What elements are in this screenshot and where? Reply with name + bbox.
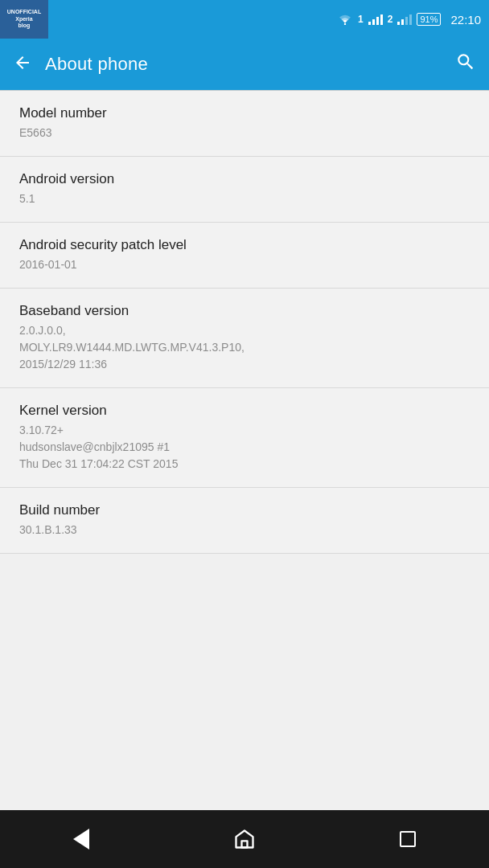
nav-back-button[interactable] — [57, 823, 105, 855]
info-item-5[interactable]: Build number30.1.B.1.33 — [0, 488, 489, 554]
info-value-2: 2016-01-01 — [19, 256, 470, 273]
bottom-nav — [0, 810, 489, 868]
home-icon — [233, 828, 256, 850]
info-item-1[interactable]: Android version5.1 — [0, 157, 489, 223]
nav-recent-button[interactable] — [384, 823, 432, 855]
info-label-0: Model number — [19, 105, 470, 121]
status-time: 22:10 — [450, 13, 481, 27]
back-triangle-icon — [73, 829, 89, 850]
info-value-3: 2.0.J.0.0, MOLY.LR9.W1444.MD.LWTG.MP.V41… — [19, 322, 470, 373]
status-icons: 1 2 91% 22:10 — [337, 13, 481, 27]
info-item-4[interactable]: Kernel version3.10.72+ hudsonslave@cnbjl… — [0, 388, 489, 488]
sim1-badge: 1 — [358, 14, 364, 25]
app-bar-left: About phone — [13, 53, 148, 76]
info-value-4: 3.10.72+ hudsonslave@cnbjlx21095 #1 Thu … — [19, 422, 470, 473]
info-value-0: E5663 — [19, 125, 470, 141]
xperia-badge: UNOFFICIALXperiablog — [7, 9, 41, 29]
wifi-icon — [337, 14, 353, 25]
page-title: About phone — [45, 54, 148, 75]
content-area: Model numberE5663Android version5.1Andro… — [0, 91, 489, 554]
battery-icon: 91% — [417, 13, 441, 26]
sim2-badge: 2 — [388, 14, 393, 25]
info-label-1: Android version — [19, 171, 470, 187]
info-label-3: Baseband version — [19, 303, 470, 319]
info-item-0[interactable]: Model numberE5663 — [0, 91, 489, 157]
search-button[interactable] — [455, 51, 476, 77]
back-button[interactable] — [13, 53, 32, 76]
xperia-badge-container: UNOFFICIALXperiablog — [0, 0, 48, 39]
svg-rect-1 — [241, 841, 247, 847]
nav-home-button[interactable] — [220, 823, 269, 855]
battery-percentage: 91% — [420, 14, 438, 24]
info-value-1: 5.1 — [19, 190, 470, 207]
svg-point-0 — [344, 23, 346, 25]
info-label-2: Android security patch level — [19, 237, 470, 253]
info-label-4: Kernel version — [19, 403, 470, 419]
app-bar: About phone — [0, 39, 489, 90]
recent-icon — [400, 831, 416, 847]
info-value-5: 30.1.B.1.33 — [19, 522, 470, 538]
signal-sim1 — [368, 14, 383, 25]
info-item-3[interactable]: Baseband version2.0.J.0.0, MOLY.LR9.W144… — [0, 289, 489, 388]
status-bar: UNOFFICIALXperiablog 1 2 91% — [0, 0, 489, 39]
info-label-5: Build number — [19, 502, 470, 518]
info-item-2[interactable]: Android security patch level2016-01-01 — [0, 223, 489, 289]
signal-sim2 — [397, 14, 412, 25]
